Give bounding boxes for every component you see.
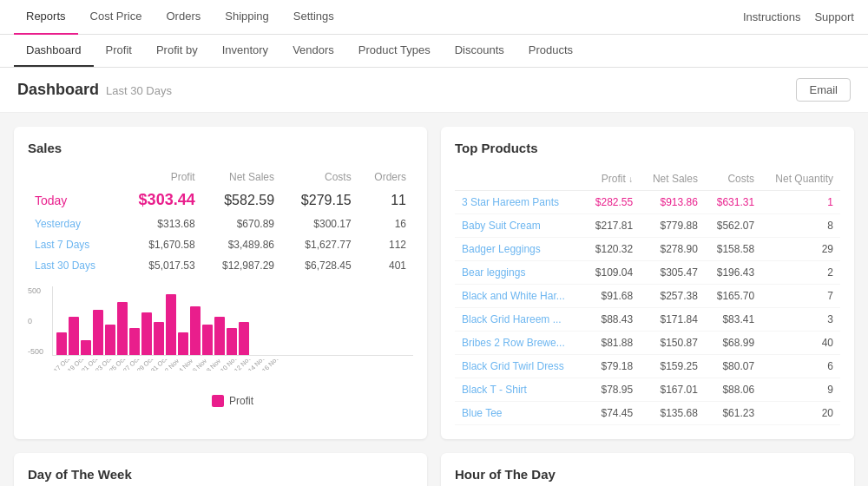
prod-name[interactable]: Black and White Har... — [455, 285, 583, 308]
prod-name[interactable]: Black Grid Twirl Dress — [455, 355, 583, 378]
prod-name[interactable]: Black T - Shirt — [455, 378, 583, 402]
row-profit: $303.44 — [117, 187, 201, 213]
tab-discounts[interactable]: Discounts — [443, 35, 516, 67]
row-orders: 112 — [358, 234, 413, 255]
prod-netsales: $913.86 — [640, 191, 705, 214]
instructions-link[interactable]: Instructions — [743, 10, 800, 23]
hour-of-day-card: Hour of The Day 800 — [441, 453, 854, 486]
row-costs: $6,728.45 — [281, 255, 358, 276]
chart-bar — [141, 312, 152, 355]
prod-netsales: $159.25 — [640, 355, 705, 378]
row-costs: $279.15 — [281, 187, 358, 213]
prod-netsales: $171.84 — [640, 308, 705, 332]
products-table: Profit ↓ Net Sales Costs Net Quantity 3 … — [455, 167, 840, 425]
prod-col-costs: Costs — [705, 167, 761, 191]
top-row: Sales Profit Net Sales Costs Orders Toda… — [14, 127, 854, 439]
support-link[interactable]: Support — [814, 10, 854, 23]
chart-bar — [239, 322, 249, 356]
table-row: 3 Star Hareem Pants $282.55 $913.86 $631… — [455, 191, 840, 214]
sales-table: Profit Net Sales Costs Orders Today $303… — [28, 167, 413, 276]
tab-profit[interactable]: Profit — [94, 35, 144, 67]
tab-inventory[interactable]: Inventory — [210, 35, 280, 67]
sub-nav: Dashboard Profit Profit by Inventory Ven… — [0, 35, 868, 68]
prod-name[interactable]: Bear leggings — [455, 261, 583, 285]
legend-profit-label: Profit — [229, 395, 253, 407]
prod-name[interactable]: Bribes 2 Row Brewe... — [455, 332, 583, 355]
row-netsales: $670.89 — [202, 213, 281, 234]
prod-costs: $562.07 — [705, 214, 761, 238]
chart-bar — [129, 328, 140, 356]
col-profit: Profit — [117, 167, 201, 187]
tab-product-types[interactable]: Product Types — [346, 35, 443, 67]
prod-profit: $88.43 — [583, 308, 640, 332]
prod-name[interactable]: 3 Star Hareem Pants — [455, 191, 583, 214]
table-row: Black Grid Hareem ... $88.43 $171.84 $83… — [455, 308, 840, 332]
row-netsales: $3,489.86 — [202, 234, 281, 255]
table-row: Black T - Shirt $78.95 $167.01 $88.06 9 — [455, 378, 840, 402]
nav-item-costprice[interactable]: Cost Price — [78, 0, 155, 35]
nav-item-settings[interactable]: Settings — [281, 0, 346, 35]
row-orders: 11 — [358, 187, 413, 213]
nav-item-reports[interactable]: Reports — [14, 0, 78, 35]
prod-qty: 8 — [761, 214, 840, 238]
prod-name[interactable]: Blue Tee — [455, 402, 583, 425]
table-row: Last 7 Days $1,670.58 $3,489.86 $1,627.7… — [28, 234, 413, 255]
prod-col-qty: Net Quantity — [761, 167, 840, 191]
col-costs: Costs — [281, 167, 358, 187]
prod-costs: $68.99 — [705, 332, 761, 355]
hour-of-day-title: Hour of The Day — [455, 467, 840, 482]
table-row: Today $303.44 $582.59 $279.15 11 — [28, 187, 413, 213]
prod-name[interactable]: Badger Leggings — [455, 238, 583, 261]
email-button[interactable]: Email — [796, 78, 851, 102]
prod-profit: $91.68 — [583, 285, 640, 308]
prod-col-name — [455, 167, 583, 191]
prod-qty: 6 — [761, 355, 840, 378]
nav-item-shipping[interactable]: Shipping — [213, 0, 281, 35]
chart-bar — [190, 306, 201, 355]
row-orders: 16 — [358, 213, 413, 234]
prod-costs: $196.43 — [705, 261, 761, 285]
prod-netsales: $305.47 — [640, 261, 705, 285]
page-subtitle: Last 30 Days — [106, 84, 172, 97]
row-costs: $1,627.77 — [281, 234, 358, 255]
y-label-top: 500 — [28, 286, 43, 295]
chart-bar — [81, 340, 91, 356]
prod-name[interactable]: Black Grid Hareem ... — [455, 308, 583, 332]
table-row: Bribes 2 Row Brewe... $81.88 $150.87 $68… — [455, 332, 840, 355]
prod-qty: 1 — [761, 191, 840, 214]
prod-qty: 9 — [761, 378, 840, 402]
chart-bar — [202, 325, 213, 355]
nav-item-orders[interactable]: Orders — [155, 0, 214, 35]
tab-products[interactable]: Products — [516, 35, 585, 67]
tab-vendors[interactable]: Vendors — [280, 35, 346, 67]
table-row: Blue Tee $74.45 $135.68 $61.23 20 — [455, 402, 840, 425]
prod-qty: 3 — [761, 308, 840, 332]
row-label: Last 30 Days — [28, 255, 117, 276]
prod-netsales: $150.87 — [640, 332, 705, 355]
top-products-title: Top Products — [455, 141, 840, 155]
table-row: Black and White Har... $91.68 $257.38 $1… — [455, 285, 840, 308]
col-orders: Orders — [358, 167, 413, 187]
y-label-mid: 0 — [28, 317, 43, 325]
top-nav-left: Reports Cost Price Orders Shipping Setti… — [14, 0, 346, 35]
prod-costs: $631.31 — [705, 191, 761, 214]
row-costs: $300.17 — [281, 213, 358, 234]
tab-profit-by[interactable]: Profit by — [144, 35, 210, 67]
chart-bar — [214, 317, 225, 355]
bar-chart-container: 500 0 -500 17 Oct19 Oct21 Oct23 Oct25 Oc… — [28, 286, 413, 407]
row-orders: 401 — [358, 255, 413, 276]
prod-profit: $109.04 — [583, 261, 640, 285]
prod-netsales: $779.88 — [640, 214, 705, 238]
tab-dashboard[interactable]: Dashboard — [14, 35, 94, 67]
table-row: Baby Suit Cream $217.81 $779.88 $562.07 … — [455, 214, 840, 238]
prod-profit: $217.81 — [583, 214, 640, 238]
row-label: Last 7 Days — [28, 234, 117, 255]
top-products-card: Top Products Profit ↓ Net Sales Costs Ne… — [441, 127, 854, 439]
page-title: Dashboard — [17, 81, 99, 99]
prod-name[interactable]: Baby Suit Cream — [455, 214, 583, 238]
prod-col-profit: Profit ↓ — [583, 167, 640, 191]
prod-profit: $120.32 — [583, 238, 640, 261]
table-row: Last 30 Days $5,017.53 $12,987.29 $6,728… — [28, 255, 413, 276]
chart-bar — [56, 332, 67, 355]
prod-costs: $165.70 — [705, 285, 761, 308]
